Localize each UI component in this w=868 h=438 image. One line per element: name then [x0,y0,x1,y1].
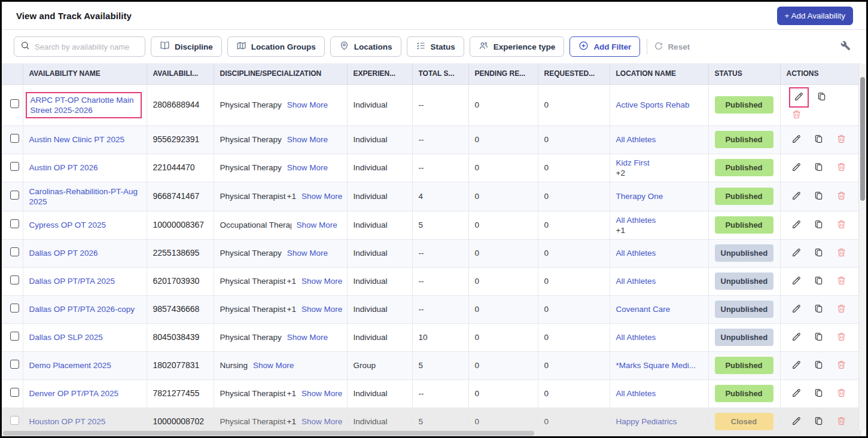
delete-button[interactable] [834,218,849,233]
location-name-link[interactable]: All Athletes [616,216,656,225]
duplicate-button[interactable] [811,302,826,317]
delete-button[interactable] [834,414,849,430]
location-name-link[interactable]: All Athletes [616,249,656,258]
edit-button[interactable] [789,330,804,345]
duplicate-button[interactable] [811,274,826,289]
availability-name-link[interactable]: Dallas OP PT/PTA 2025 [29,277,115,286]
filter-location-groups-button[interactable]: Location Groups [227,36,325,57]
delete-button[interactable] [834,358,849,373]
availability-name-link[interactable]: Denver OP PT/PTA 2025 [29,389,119,398]
row-checkbox[interactable] [10,360,19,369]
add-availability-button[interactable]: + Add Availability [777,7,853,25]
delete-button[interactable] [834,189,849,204]
show-more-link[interactable]: Show More [287,249,328,258]
show-more-link[interactable]: Show More [301,389,342,398]
delete-button[interactable] [789,108,804,123]
duplicate-button[interactable] [811,189,826,204]
row-checkbox[interactable] [10,247,19,256]
row-checkbox[interactable] [10,416,19,425]
show-more-link[interactable]: Show More [301,277,342,286]
row-checkbox[interactable] [10,388,19,397]
availability-name-link[interactable]: Houston OP PT 2025 [29,417,106,426]
show-more-link[interactable]: Show More [301,192,342,201]
edit-button[interactable] [789,87,809,108]
row-checkbox[interactable] [10,134,19,143]
delete-button[interactable] [834,246,849,261]
show-more-link[interactable]: Show More [253,361,294,370]
duplicate-button[interactable] [811,160,826,176]
delete-button[interactable] [834,160,849,176]
location-name-link[interactable]: Active Sports Rehab [616,100,690,109]
edit-button[interactable] [789,189,804,204]
edit-button[interactable] [789,132,804,148]
location-name-link[interactable]: Happy Pediatrics [616,417,677,426]
duplicate-button[interactable] [811,218,826,233]
filter-status-button[interactable]: Status [407,36,464,57]
location-name-link[interactable]: Covenant Care [616,305,671,314]
search-input[interactable] [35,42,139,51]
show-more-link[interactable]: Show More [287,163,328,172]
delete-button[interactable] [834,274,849,289]
availability-name-link[interactable]: Dallas OP SLP 2025 [29,333,103,342]
row-checkbox[interactable] [10,275,19,284]
row-checkbox[interactable] [10,332,19,341]
show-more-link[interactable]: Show More [301,305,342,314]
availability-name-link[interactable]: Demo Placement 2025 [29,361,111,370]
duplicate-button[interactable] [811,246,826,261]
delete-button[interactable] [834,330,849,345]
location-name-link[interactable]: All Athletes [616,333,656,342]
availability-name-link[interactable]: Dallas OP PT 2026 [29,249,98,258]
row-checkbox[interactable] [10,191,19,200]
edit-button[interactable] [789,160,804,176]
search-box[interactable] [14,36,145,57]
availability-name-link[interactable]: ARPC PT-OP Charlotte Main Street 2025-20… [31,96,134,115]
show-more-link[interactable]: Show More [287,135,328,144]
duplicate-button[interactable] [811,330,826,345]
duplicate-button[interactable] [811,386,826,402]
delete-button[interactable] [834,132,849,148]
table-header-row: AVAILABILITY NAME AVAILABILI... DISCIPLI… [2,63,861,84]
location-name-link[interactable]: All Athletes [616,135,656,144]
row-checkbox[interactable] [10,304,19,313]
row-checkbox[interactable] [10,162,19,171]
location-name-link[interactable]: Kidz First [616,158,650,167]
availability-name-link[interactable]: Dallas OP PT/PTA 2026-copy [29,305,135,314]
edit-button[interactable] [789,302,804,317]
duplicate-button[interactable] [811,358,826,373]
show-more-link[interactable]: Show More [301,417,342,426]
show-more-link[interactable]: Show More [287,100,328,109]
add-filter-button[interactable]: Add Filter [569,36,640,57]
duplicate-button[interactable] [811,414,826,430]
edit-button[interactable] [789,218,804,233]
row-checkbox[interactable] [10,99,19,108]
reset-button[interactable]: Reset [654,41,690,53]
availability-name-link[interactable]: Cypress OP OT 2025 [29,220,106,229]
duplicate-button[interactable] [814,90,829,105]
location-name-link[interactable]: *Marks Square Medi... [616,361,696,370]
vertical-scrollbar[interactable] [858,64,866,430]
edit-button[interactable] [789,246,804,261]
delete-button[interactable] [834,386,849,402]
filter-locations-button[interactable]: Locations [330,36,401,57]
horizontal-scrollbar-thumb[interactable] [3,431,534,436]
row-checkbox[interactable] [10,219,19,228]
availability-name-link[interactable]: Austin OP PT 2026 [29,163,98,172]
availability-name-link[interactable]: Austin New Clinic PT 2025 [29,135,125,144]
edit-button[interactable] [789,386,804,402]
edit-button[interactable] [789,358,804,373]
filter-experience-type-button[interactable]: Experience type [470,36,565,57]
wrench-icon[interactable] [838,38,853,55]
delete-button[interactable] [834,302,849,317]
location-name-link[interactable]: Therapy One [616,192,663,201]
duplicate-button[interactable] [811,132,826,148]
filter-discipline-button[interactable]: Discipline [151,36,222,57]
location-name-link[interactable]: All Athletes [616,389,656,398]
edit-button[interactable] [789,414,804,430]
vertical-scrollbar-thumb[interactable] [860,77,865,201]
availability-name-link[interactable]: Carolinas-Rehabilition-PT-Aug 2025 [29,187,138,206]
edit-button[interactable] [789,274,804,289]
location-name-link[interactable]: All Athletes [616,277,656,286]
show-more-link[interactable]: Show More [287,333,328,342]
horizontal-scrollbar[interactable] [2,430,858,436]
show-more-link[interactable]: Show More [297,220,337,229]
